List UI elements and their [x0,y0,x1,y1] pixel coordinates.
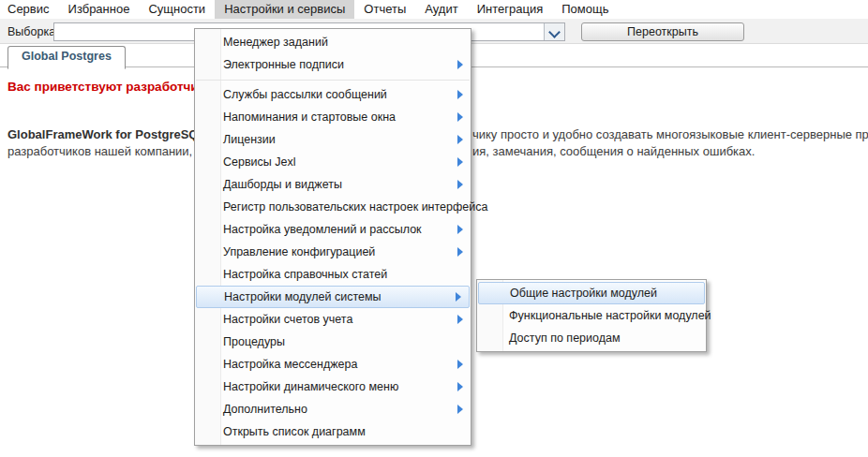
submenu-arrow-icon [457,112,463,122]
menubar-item-audit[interactable]: Аудит [415,0,467,19]
submenu-item-access-by-periods[interactable]: Доступ по периодам [477,327,706,349]
submenu-arrow-icon [457,60,463,69]
submenu-arrow-icon [456,292,461,302]
submenu-arrow-icon [457,247,463,257]
settings-services-menu: Менеджер заданий Электронные подписи Слу… [194,28,471,446]
submenu-arrow-icon [457,225,463,234]
menu-separator [195,76,471,83]
menu-item-messenger-setup[interactable]: Настройка мессенджера [195,353,471,376]
paragraph-line2-right: ия, замечания, сообщения о найденных оши… [472,144,755,158]
app-window: Сервис Избранное Сущности Настройки и се… [0,0,868,457]
selection-dropdown-button[interactable] [544,23,564,40]
submenu-arrow-icon [457,180,463,189]
welcome-message: Вас приветствуют разработчик [7,80,204,94]
submenu-item-general-module-settings[interactable]: Общие настройки модулей [478,282,705,304]
paragraph-line1-right: чику просто и удобно создавать многоязык… [472,127,868,141]
menu-item-dashboards-widgets[interactable]: Дашборды и виджеты [195,173,471,196]
submenu-arrow-icon [457,135,463,144]
menubar-item-help[interactable]: Помощь [552,0,618,19]
menubar-item-reports[interactable]: Отчеты [354,0,415,19]
menu-item-reminders-start-windows[interactable]: Напоминания и стартовые окна [195,106,471,128]
reopen-button[interactable]: Переоткрыть [581,22,744,41]
menu-item-open-diagram-list[interactable]: Открыть список диаграмм [195,420,471,443]
paragraph-line1-left: GlobalFrameWork for PostgreSQL [7,127,205,141]
menu-item-system-modules-settings[interactable]: Настройки модулей системы [196,286,470,308]
selection-label: Выборка [7,25,55,38]
menubar-item-favorites[interactable]: Избранное [59,0,140,19]
menu-item-configuration-management[interactable]: Управление конфигурацией [195,241,471,263]
tab-global-postgres[interactable]: Global Postgres [7,46,126,69]
menubar-item-settings-services[interactable]: Настройки и сервисы [215,0,354,19]
menu-item-licenses[interactable]: Лицензии [195,128,471,151]
submenu-arrow-icon [457,382,463,391]
submenu-arrow-icon [457,360,463,369]
submenu-arrow-icon [457,157,463,167]
dropdown-chevron-icon [548,26,561,38]
submenu-item-functional-module-settings[interactable]: Функциональные настройки модулей [477,304,706,327]
menu-item-electronic-signatures[interactable]: Электронные подписи [195,53,471,76]
menu-item-additional[interactable]: Дополнительно [195,398,471,420]
menubar: Сервис Избранное Сущности Настройки и се… [0,0,868,19]
menubar-item-integration[interactable]: Интеграция [468,0,553,19]
submenu-arrow-icon [457,90,463,99]
menu-item-mailing-services[interactable]: Службы рассылки сообщений [195,83,471,106]
menubar-item-service[interactable]: Сервис [0,0,59,19]
menu-item-procedures[interactable]: Процедуры [195,331,471,353]
menu-item-task-manager[interactable]: Менеджер заданий [195,31,471,53]
menu-item-user-interface-settings-register[interactable]: Регистр пользовательских настроек интерф… [195,196,471,218]
menu-item-accounting-accounts-settings[interactable]: Настройки счетов учета [195,308,471,331]
paragraph-line2-left: разработчиков нашей компании, [7,144,192,158]
submenu-arrow-icon [457,315,463,324]
menu-item-jexl-services[interactable]: Сервисы Jexl [195,151,471,173]
menu-item-dynamic-menu-settings[interactable]: Настройки динамического меню [195,376,471,398]
system-modules-settings-submenu: Общие настройки модулей Функциональные н… [476,279,707,352]
submenu-arrow-icon [457,405,463,414]
menubar-item-entities[interactable]: Сущности [139,0,215,19]
menu-item-help-articles-setup[interactable]: Настройка справочных статей [195,263,471,286]
menu-item-notifications-mailings-setup[interactable]: Настройка уведомлений и рассылок [195,218,471,241]
